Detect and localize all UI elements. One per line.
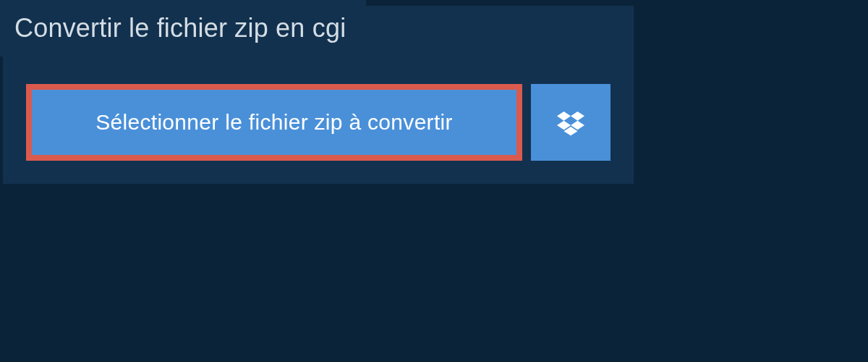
page-title: Convertir le fichier zip en cgi bbox=[14, 13, 346, 43]
converter-card: Convertir le fichier zip en cgi Sélectio… bbox=[3, 6, 634, 184]
dropbox-button[interactable] bbox=[531, 84, 610, 161]
title-bar: Convertir le fichier zip en cgi bbox=[0, 0, 366, 56]
dropbox-icon bbox=[557, 109, 584, 136]
button-row: Sélectionner le fichier zip à convertir bbox=[26, 84, 610, 161]
select-file-button[interactable]: Sélectionner le fichier zip à convertir bbox=[26, 84, 522, 161]
select-file-label: Sélectionner le fichier zip à convertir bbox=[95, 110, 453, 135]
